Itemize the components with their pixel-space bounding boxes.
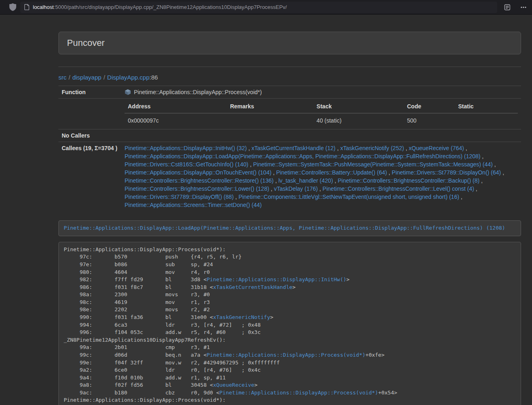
function-type-icon [125, 89, 131, 95]
stats-header-static: Static [455, 101, 518, 113]
callee-link[interactable]: Pinetime::Controllers::Battery::Update()… [276, 169, 387, 176]
code-symbol-link[interactable]: xQueueReceive [213, 382, 254, 388]
disassembly-listing: Pinetime::Applications::DisplayApp::Proc… [58, 242, 521, 405]
breadcrumb: src/displayapp/DisplayApp.cpp:86 [58, 74, 521, 81]
reader-mode-icon[interactable] [502, 2, 513, 13]
callee-link[interactable]: Pinetime::Controllers::BrightnessControl… [125, 177, 274, 184]
stats-address: 0x0000097c [125, 113, 227, 127]
code-symbol-link[interactable]: Pinetime::Applications::DisplayApp::Proc… [220, 390, 378, 396]
stats-header-stack: Stack [313, 101, 404, 113]
page-identity-icon[interactable] [24, 4, 30, 10]
no-callers-label: No Callers [58, 129, 121, 142]
more-menu-icon[interactable] [518, 2, 529, 13]
callee-link[interactable]: Pinetime::Drivers::Cst816S::GetTouchInfo… [125, 161, 248, 168]
stats-remarks [227, 113, 313, 127]
callee-link[interactable]: Pinetime::Applications::Screens::Timer::… [125, 202, 262, 208]
url-domain: localhost [33, 4, 54, 10]
code-symbol-link[interactable]: xTaskGetCurrentTaskHandle [213, 284, 293, 290]
callee-link[interactable]: Pinetime::Applications::DisplayApp::Init… [125, 145, 247, 151]
callees-row: Callees (19, Σ=3704 ) Pinetime::Applicat… [58, 142, 521, 211]
stats-header-address: Address [125, 101, 227, 113]
breadcrumb-link-file[interactable]: DisplayApp.cpp [107, 74, 149, 81]
highlighted-callee-link[interactable]: Pinetime::Applications::DisplayApp::Load… [64, 225, 505, 231]
callee-link[interactable]: xTaskGenericNotify (252) [340, 145, 404, 151]
no-callers-row: No Callers [58, 129, 521, 142]
callee-link[interactable]: Pinetime::Drivers::St7789::DisplayOn() (… [392, 169, 501, 176]
callee-link[interactable]: Pinetime::System::SystemTask::PushMessag… [253, 161, 493, 168]
breadcrumb-separator: / [69, 74, 70, 81]
stats-header-remarks: Remarks [227, 101, 313, 113]
callee-link[interactable]: lv_task_handler (420) [278, 177, 333, 184]
app-title: Puncover [67, 38, 513, 48]
app-header-panel: Puncover [58, 32, 521, 54]
browser-toolbar: localhost:5000/path/src/displayapp/Displ… [0, 0, 532, 15]
callee-link[interactable]: Pinetime::Controllers::BrightnessControl… [125, 185, 269, 192]
stats-values-row: 0x0000097c 40 (static) 500 [125, 113, 518, 127]
stats-static [455, 113, 518, 127]
callee-link[interactable]: Pinetime::Drivers::St7789::DisplayOff() … [125, 194, 234, 200]
breadcrumb-link-displayapp[interactable]: displayapp [72, 74, 101, 81]
breadcrumb-line-number: :86 [149, 74, 158, 81]
function-label: Function [58, 86, 121, 99]
callees-label: Callees (19, Σ=3704 ) [58, 142, 121, 211]
callee-link[interactable]: xQueueReceive (764) [409, 145, 464, 151]
page-content: Puncover src/displayapp/DisplayApp.cpp:8… [58, 32, 521, 405]
stats-header-code: Code [404, 101, 455, 113]
callee-link[interactable]: Pinetime::Applications::DisplayApp::Load… [125, 153, 480, 159]
stats-stack: 40 (static) [313, 113, 404, 127]
stats-row-label [58, 99, 121, 129]
function-row: Function Pinetime::Applications::Display… [58, 86, 521, 99]
code-symbol-link[interactable]: Pinetime::Applications::DisplayApp::Init… [207, 276, 346, 282]
callee-link[interactable]: Pinetime::Controllers::BrightnessControl… [338, 177, 479, 184]
callee-link[interactable]: xTaskGetCurrentTaskHandle (12) [252, 145, 336, 151]
breadcrumb-link-src[interactable]: src [58, 74, 67, 81]
divider [58, 67, 521, 67]
url-path: :5000/path/src/displayapp/DisplayApp.cpp… [54, 4, 287, 10]
callee-link[interactable]: Pinetime::Applications::DisplayApp::OnTo… [125, 169, 271, 176]
stats-row: Address Remarks Stack Code Static 0x0000… [58, 99, 521, 129]
callee-link[interactable]: Pinetime::Controllers::BrightnessControl… [323, 185, 474, 192]
breadcrumb-separator: / [103, 74, 105, 81]
highlighted-symbol-box: Pinetime::Applications::DisplayApp::Load… [58, 220, 521, 236]
tracking-protection-shield-icon[interactable] [9, 3, 16, 11]
callee-link[interactable]: vTaskDelay (176) [274, 185, 318, 192]
code-symbol-link[interactable]: xTaskGenericNotify [213, 314, 270, 320]
stats-table: Address Remarks Stack Code Static 0x0000… [125, 101, 518, 127]
function-name: Pinetime::Applications::DisplayApp::Proc… [134, 89, 262, 95]
code-symbol-link[interactable]: Pinetime::Applications::DisplayApp::Proc… [207, 352, 365, 358]
callees-list: Pinetime::Applications::DisplayApp::Init… [121, 142, 521, 211]
url-text: localhost:5000/path/src/displayapp/Displ… [33, 4, 287, 10]
stats-code: 500 [404, 113, 455, 127]
address-bar[interactable]: localhost:5000/path/src/displayapp/Displ… [20, 2, 497, 13]
callee-link[interactable]: Pinetime::Components::LittleVgl::SetNewT… [239, 194, 459, 200]
symbol-table: Function Pinetime::Applications::Display… [58, 86, 521, 211]
